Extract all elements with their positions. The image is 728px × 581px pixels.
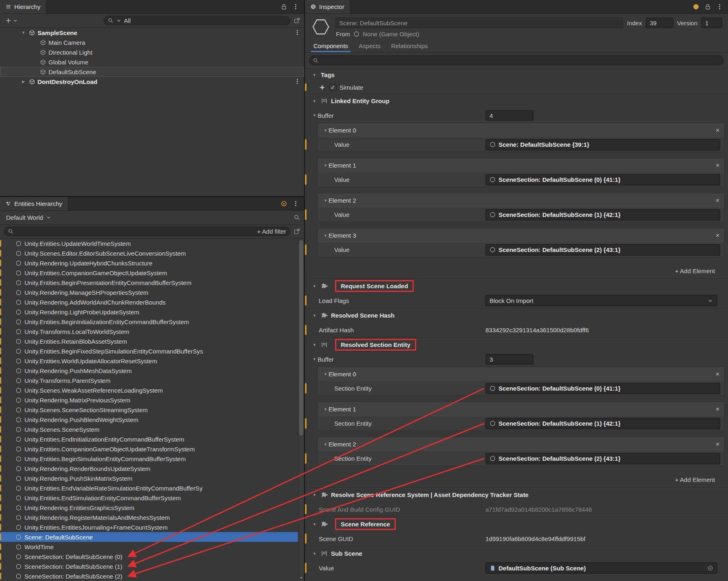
lock-icon[interactable]: [280, 3, 287, 10]
component-header[interactable]: ▼ Sub Scene: [305, 546, 728, 561]
foldout-icon[interactable]: ▼: [322, 163, 329, 168]
remove-element-icon[interactable]: ×: [716, 406, 719, 413]
entity-ref-field[interactable]: SceneSection: DefaultSubScene (0) {41:1}: [485, 383, 720, 394]
hierarchy-item-defaultsubscene[interactable]: DefaultSubScene: [0, 67, 304, 77]
element-header-element-1[interactable]: ▼ Element 1 ×: [317, 158, 725, 172]
entity-ref-field[interactable]: Scene: DefaultSubScene {39:1}: [485, 139, 720, 150]
element-header-element-2[interactable]: ▼ Element 2 ×: [317, 437, 725, 451]
hierarchy-search-input[interactable]: All: [104, 16, 290, 25]
foldout-icon[interactable]: ▼: [322, 407, 329, 411]
entity-ref-field[interactable]: SceneSection: DefaultSubScene (1) {42:1}: [485, 418, 720, 429]
component-search-input[interactable]: [309, 55, 724, 65]
record-dot-icon[interactable]: [280, 200, 287, 207]
entity-row[interactable]: Unity.Entities.RetainBlobAssetSystem: [0, 336, 304, 346]
entity-row[interactable]: Unity.Rendering.RenderBoundsUpdateSystem: [0, 464, 304, 473]
foldout-icon[interactable]: ▼: [311, 493, 318, 497]
hierarchy-item-global-volume[interactable]: Global Volume: [0, 57, 304, 67]
entity-ref-field[interactable]: SceneSection: DefaultSubScene (2) {43:1}: [485, 244, 720, 256]
entity-name-field[interactable]: Scene: DefaultSubScene: [335, 18, 623, 28]
version-field[interactable]: 1: [701, 18, 722, 28]
entity-ref-field[interactable]: SceneSection: DefaultSubScene (0) {41:1}: [485, 174, 720, 186]
entity-row[interactable]: Unity.Rendering.PushMeshDataSystem: [0, 366, 304, 376]
foldout-icon[interactable]: ▼: [322, 442, 329, 446]
buffer-size-field[interactable]: 3: [485, 354, 534, 365]
entity-row[interactable]: Unity.Scenes.WeakAssetReferenceLoadingSy…: [0, 385, 304, 395]
entity-row[interactable]: SceneSection: DefaultSubScene (1): [0, 561, 304, 571]
component-header[interactable]: ▼ Linked Entity Group: [305, 93, 728, 108]
entity-ref-field[interactable]: SceneSection: DefaultSubScene (2) {43:1}: [485, 453, 720, 464]
object-picker-icon[interactable]: [707, 565, 713, 571]
scrollbar[interactable]: ▼: [298, 239, 304, 581]
entity-row[interactable]: Unity.Rendering.EntitiesGraphicsSystem: [0, 503, 304, 513]
component-header[interactable]: ▼ Request Scene Loaded: [305, 278, 728, 293]
scrollbar-thumb[interactable]: [299, 240, 303, 435]
hierarchy-item-dontdestroyonload[interactable]: ▶ DontDestroyOnLoad: [0, 77, 304, 86]
entity-row[interactable]: Unity.Entities.EndInitializationEntityCo…: [0, 434, 304, 444]
foldout-icon[interactable]: ▼: [20, 31, 26, 35]
element-header-element-0[interactable]: ▼ Element 0 ×: [317, 367, 725, 381]
entity-row[interactable]: Unity.Rendering.RegisterMaterialsAndMesh…: [0, 513, 304, 522]
open-new-window-icon[interactable]: [293, 17, 300, 24]
entity-row[interactable]: Unity.Entities.WorldUpdateAllocatorReset…: [0, 356, 304, 366]
element-header-element-1[interactable]: ▼ Element 1 ×: [317, 402, 725, 416]
component-header[interactable]: ▼ Tags: [305, 68, 728, 81]
tab-entities-hierarchy[interactable]: Entities Hierarchy: [0, 197, 68, 210]
create-menu-button[interactable]: [4, 17, 20, 24]
foldout-icon[interactable]: ▶: [20, 80, 26, 84]
object-field-value[interactable]: DefaultSubScene (Sub Scene): [485, 562, 717, 574]
foldout-icon[interactable]: ▼: [311, 552, 318, 556]
hierarchy-item-directional-light[interactable]: Directional Light: [0, 47, 304, 57]
remove-element-icon[interactable]: ×: [716, 232, 719, 239]
entity-row[interactable]: Unity.Entities.BeginFixedStepSimulationE…: [0, 346, 304, 356]
foldout-icon[interactable]: ▼: [311, 357, 318, 361]
foldout-icon[interactable]: ▼: [311, 284, 318, 288]
entity-row[interactable]: Unity.Scenes.SceneSystem: [0, 424, 304, 434]
foldout-icon[interactable]: ▼: [322, 372, 329, 376]
entity-row[interactable]: Unity.Scenes.SceneSectionStreamingSystem: [0, 405, 304, 415]
simulate-checkbox[interactable]: ✓: [329, 84, 336, 91]
tab-relationships[interactable]: Relationships: [386, 40, 433, 52]
kebab-menu-icon[interactable]: [292, 3, 299, 10]
entity-filter-input[interactable]: + Add filter: [4, 227, 290, 236]
foldout-icon[interactable]: ▼: [322, 128, 329, 133]
kebab-menu-icon[interactable]: [294, 78, 301, 85]
entity-row[interactable]: Unity.Entities.BeginInitializationEntity…: [0, 317, 304, 327]
open-new-window-icon[interactable]: [293, 228, 300, 235]
entity-row[interactable]: Unity.Transforms.LocalToWorldSystem: [0, 327, 304, 336]
entity-row[interactable]: Unity.Transforms.ParentSystem: [0, 376, 304, 385]
world-selector-dropdown[interactable]: Default World: [4, 213, 54, 222]
kebab-menu-icon[interactable]: [294, 29, 301, 36]
remove-element-icon[interactable]: ×: [716, 371, 719, 378]
index-field[interactable]: 39: [646, 18, 673, 28]
entity-row[interactable]: SceneSection: DefaultSubScene (0): [0, 552, 304, 561]
add-element-button[interactable]: + Add Element: [305, 263, 728, 278]
component-header[interactable]: ▼ Resolve Scene Reference System | Asset…: [305, 487, 728, 502]
add-element-button[interactable]: + Add Element: [305, 472, 728, 487]
entity-row[interactable]: Scene: DefaultSubScene: [0, 532, 304, 542]
entity-row[interactable]: Unity.Entities.CompanionGameObjectUpdate…: [0, 268, 304, 278]
kebab-menu-icon[interactable]: [716, 3, 723, 10]
entity-row[interactable]: WorldTime: [0, 542, 304, 552]
entity-row[interactable]: Unity.Rendering.MatrixPreviousSystem: [0, 395, 304, 405]
tab-hierarchy[interactable]: Hierarchy: [0, 0, 46, 13]
entity-row[interactable]: Unity.Scenes.Editor.EditorSubSceneLiveCo…: [0, 248, 304, 258]
entity-row[interactable]: Unity.Entities.UpdateWorldTimeSystem: [0, 239, 304, 248]
buffer-size-field[interactable]: 4: [485, 110, 534, 121]
entity-row[interactable]: Unity.Rendering.PushSkinMatrixSystem: [0, 473, 304, 483]
foldout-icon[interactable]: ▼: [322, 199, 329, 203]
foldout-icon[interactable]: ▼: [311, 73, 318, 77]
kebab-menu-icon[interactable]: [292, 200, 299, 207]
entity-row[interactable]: Unity.Entities.BeginSimulationEntityComm…: [0, 454, 304, 464]
hierarchy-item-samplescene[interactable]: ▼ SampleScene: [0, 28, 304, 38]
foldout-icon[interactable]: ▼: [311, 99, 318, 103]
entity-row[interactable]: Unity.Rendering.LightProbeUpdateSystem: [0, 307, 304, 317]
entity-ref-field[interactable]: SceneSection: DefaultSubScene (1) {42:1}: [485, 209, 720, 221]
entity-row[interactable]: Unity.Rendering.AddWorldAndChunkRenderBo…: [0, 297, 304, 307]
foldout-icon[interactable]: ▼: [311, 314, 318, 318]
dropdown-load-flags[interactable]: Block On Import: [485, 295, 717, 306]
remove-element-icon[interactable]: ×: [716, 441, 719, 448]
entity-row[interactable]: SceneSection: DefaultSubScene (2): [0, 571, 304, 581]
remove-element-icon[interactable]: ×: [716, 197, 719, 204]
hierarchy-item-main-camera[interactable]: Main Camera: [0, 38, 304, 47]
component-header[interactable]: ▼ Resolved Section Entity: [305, 337, 728, 352]
